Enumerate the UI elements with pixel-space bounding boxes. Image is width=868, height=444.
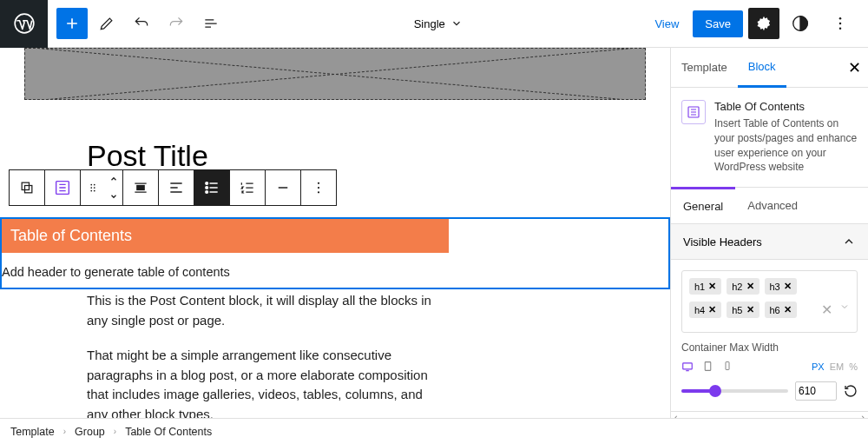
tag-h1[interactable]: h1✕: [689, 278, 721, 295]
clear-all-tags-button[interactable]: ✕: [821, 302, 832, 318]
view-link[interactable]: View: [646, 17, 687, 30]
svg-rect-24: [705, 362, 711, 371]
remove-tag-icon[interactable]: ✕: [708, 281, 716, 292]
unit-em[interactable]: EM: [830, 361, 845, 372]
select-parent-button[interactable]: [10, 170, 44, 205]
gear-icon: [755, 15, 773, 32]
list-numbered-button[interactable]: [230, 170, 265, 205]
reset-button[interactable]: [844, 384, 858, 398]
block-more-button[interactable]: [301, 170, 336, 205]
settings-sidebar: Template Block ✕ Table Of Contents Inser…: [670, 48, 868, 418]
wp-logo[interactable]: [0, 0, 48, 48]
move-down-button[interactable]: [105, 188, 122, 205]
list-bullet-button[interactable]: [194, 170, 229, 205]
block-info: Table Of Contents Insert Table of Conten…: [671, 88, 868, 188]
svg-point-12: [94, 187, 95, 189]
breadcrumb-item[interactable]: Table Of Contents: [125, 426, 212, 438]
unit-picker: PX EM %: [809, 361, 858, 372]
subtab-advanced[interactable]: Advanced: [735, 188, 810, 223]
svg-point-14: [94, 190, 95, 192]
tags-dropdown-button[interactable]: [839, 302, 850, 318]
minus-button[interactable]: [266, 170, 300, 205]
chevron-up-icon: [842, 235, 856, 249]
svg-rect-15: [137, 186, 144, 190]
device-mobile-icon[interactable]: [722, 361, 733, 373]
sidebar-tabs: Template Block ✕: [671, 48, 868, 88]
toc-block[interactable]: Table of Contents Add header to generate…: [0, 217, 670, 289]
save-button[interactable]: Save: [693, 10, 743, 37]
close-sidebar-button[interactable]: ✕: [848, 58, 861, 77]
toc-header: Table of Contents: [2, 219, 449, 253]
remove-tag-icon[interactable]: ✕: [746, 281, 754, 292]
svg-point-3: [839, 17, 842, 20]
add-block-button[interactable]: [56, 8, 88, 39]
svg-point-9: [90, 184, 92, 186]
align-left-button[interactable]: [159, 170, 194, 205]
tag-h4[interactable]: h4✕: [689, 302, 721, 318]
top-toolbar: Single View Save: [0, 0, 868, 48]
tag-h5[interactable]: h5✕: [727, 302, 759, 318]
unit-percent[interactable]: %: [849, 361, 858, 372]
template-label: Single: [414, 17, 445, 30]
svg-rect-7: [25, 186, 32, 193]
featured-image-placeholder[interactable]: [24, 48, 646, 100]
device-desktop-icon[interactable]: [681, 361, 694, 373]
remove-tag-icon[interactable]: ✕: [784, 304, 792, 315]
chevron-right-icon: ›: [114, 427, 116, 436]
breadcrumb-item[interactable]: Group: [75, 426, 105, 438]
responsive-device-picker: [681, 361, 733, 373]
panel-title: Visible Headers: [683, 235, 762, 249]
width-input[interactable]: [795, 381, 837, 401]
tag-h3[interactable]: h3✕: [765, 278, 797, 295]
remove-tag-icon[interactable]: ✕: [746, 304, 754, 315]
tag-h2[interactable]: h2✕: [727, 278, 759, 295]
post-content: This is the Post Content block, it will …: [87, 291, 444, 418]
template-selector[interactable]: Single: [230, 17, 646, 30]
device-tablet-icon[interactable]: [702, 361, 713, 373]
chevron-down-icon: [450, 17, 463, 30]
svg-point-20: [318, 187, 319, 189]
remove-tag-icon[interactable]: ✕: [708, 304, 716, 315]
drag-handle[interactable]: [81, 170, 105, 205]
content-paragraph[interactable]: This is the Post Content block, it will …: [87, 291, 444, 330]
unit-px[interactable]: PX: [812, 361, 825, 372]
breadcrumb-item[interactable]: Template: [10, 426, 55, 438]
svg-point-18: [206, 191, 208, 194]
svg-point-13: [90, 190, 92, 192]
toc-icon: [681, 100, 706, 124]
list-view-button[interactable]: [195, 8, 227, 39]
slider-thumb[interactable]: [709, 385, 721, 397]
svg-point-16: [206, 182, 208, 185]
align-button[interactable]: [123, 170, 158, 205]
svg-rect-23: [683, 363, 693, 369]
block-info-desc: Insert Table of Contents on your posts/p…: [714, 116, 858, 175]
panel-head-visible-headers[interactable]: Visible Headers: [671, 224, 868, 260]
svg-point-11: [90, 187, 92, 189]
move-up-button[interactable]: [105, 170, 122, 188]
chevron-right-icon: ›: [63, 427, 66, 436]
tab-block[interactable]: Block: [738, 48, 786, 88]
sidebar-scrollbar[interactable]: ‹›: [671, 411, 868, 418]
subtab-general[interactable]: General: [671, 187, 735, 223]
redo-button[interactable]: [161, 8, 192, 39]
tab-template[interactable]: Template: [671, 48, 738, 87]
svg-rect-6: [22, 182, 29, 189]
content-paragraph[interactable]: That might be a simple arrangement like …: [87, 346, 444, 418]
panel-visible-headers: Visible Headers h1✕ h2✕ h3✕ h4✕ h5✕ h6✕: [671, 224, 868, 411]
more-menu-button[interactable]: [825, 8, 856, 39]
svg-point-4: [839, 23, 842, 25]
tag-h6[interactable]: h6✕: [765, 302, 797, 318]
width-slider[interactable]: [681, 389, 788, 393]
remove-tag-icon[interactable]: ✕: [784, 281, 792, 292]
toc-placeholder: Add header to generate table of contents: [2, 253, 668, 288]
post-title[interactable]: Post Title: [87, 139, 670, 173]
edit-icon[interactable]: [91, 8, 122, 39]
svg-point-10: [94, 184, 95, 186]
undo-button[interactable]: [126, 8, 157, 39]
styles-button[interactable]: [785, 8, 816, 39]
block-type-button[interactable]: [45, 170, 80, 205]
block-breadcrumb: Template › Group › Table Of Contents: [0, 418, 868, 444]
settings-button[interactable]: [748, 8, 779, 39]
svg-point-5: [839, 28, 842, 30]
container-width-label: Container Max Width: [681, 341, 858, 354]
